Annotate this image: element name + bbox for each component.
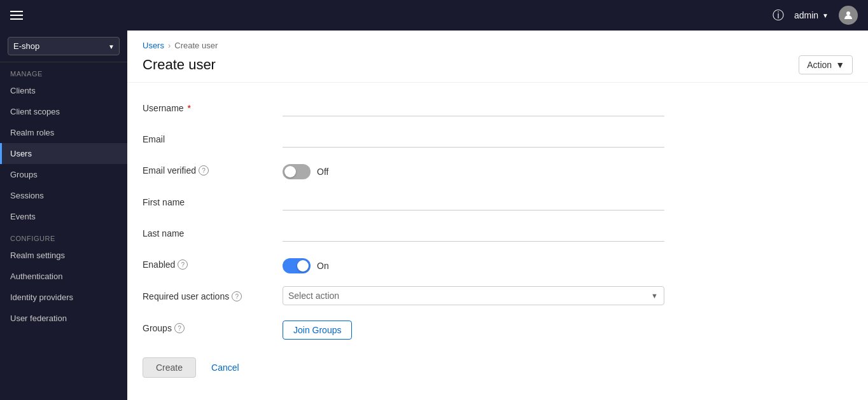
email-label: Email bbox=[143, 129, 283, 144]
sidebar-item-groups[interactable]: Groups bbox=[0, 164, 127, 185]
user-menu-chevron: ▼ bbox=[822, 12, 829, 19]
email-verified-toggle[interactable] bbox=[283, 164, 311, 179]
breadcrumb-current: Create user bbox=[174, 41, 218, 50]
page-title: Create user bbox=[143, 57, 216, 73]
breadcrumb: Users › Create user bbox=[143, 41, 853, 50]
sidebar-item-clients[interactable]: Clients bbox=[0, 80, 127, 101]
username-required: * bbox=[188, 103, 191, 113]
navbar: ⓘ admin ▼ bbox=[0, 0, 868, 31]
join-groups-label: Join Groups bbox=[293, 325, 341, 335]
breadcrumb-users-link[interactable]: Users bbox=[143, 41, 164, 50]
enabled-label: Enabled ? bbox=[143, 254, 283, 270]
create-button[interactable]: Create bbox=[143, 357, 196, 378]
breadcrumb-separator: › bbox=[168, 41, 171, 50]
sidebar-item-authentication[interactable]: Authentication bbox=[0, 266, 127, 287]
sidebar-item-events[interactable]: Events bbox=[0, 206, 127, 227]
page-header: Users › Create user Create user Action ▼ bbox=[127, 31, 868, 83]
cancel-label: Cancel bbox=[211, 362, 239, 373]
page-title-row: Create user Action ▼ bbox=[143, 55, 853, 74]
enabled-row: Enabled ? On bbox=[143, 254, 723, 273]
username-input[interactable] bbox=[283, 98, 664, 116]
avatar[interactable] bbox=[839, 6, 858, 25]
email-control bbox=[283, 129, 664, 148]
enabled-state: On bbox=[317, 261, 329, 271]
configure-section-label: Configure bbox=[0, 227, 127, 245]
navbar-right: ⓘ admin ▼ bbox=[773, 6, 858, 25]
email-verified-control: Off bbox=[283, 160, 664, 179]
last-name-control bbox=[283, 223, 664, 242]
username-control bbox=[283, 98, 664, 116]
svg-point-0 bbox=[846, 11, 850, 15]
groups-info-icon[interactable]: ? bbox=[174, 323, 185, 333]
sidebar-item-user-federation[interactable]: User federation bbox=[0, 308, 127, 329]
email-verified-row: Email verified ? Off bbox=[143, 160, 723, 179]
email-verified-toggle-wrapper: Off bbox=[283, 160, 664, 179]
username-label: Username * bbox=[143, 98, 283, 113]
sidebar-item-realm-settings[interactable]: Realm settings bbox=[0, 245, 127, 266]
sidebar-item-sessions[interactable]: Sessions bbox=[0, 185, 127, 206]
main-content: Users › Create user Create user Action ▼… bbox=[127, 31, 868, 400]
last-name-input[interactable] bbox=[283, 223, 664, 242]
email-verified-state: Off bbox=[317, 167, 328, 177]
first-name-row: First name bbox=[143, 192, 723, 210]
navbar-left bbox=[10, 11, 23, 20]
email-input[interactable] bbox=[283, 129, 664, 148]
first-name-control bbox=[283, 192, 664, 210]
sidebar-item-client-scopes[interactable]: Client scopes bbox=[0, 101, 127, 122]
email-verified-slider bbox=[283, 164, 311, 179]
realm-selector-wrapper: E-shop master ▼ bbox=[0, 31, 127, 62]
email-verified-label: Email verified ? bbox=[143, 160, 283, 176]
required-actions-select-wrapper: Select action ▼ bbox=[283, 286, 664, 305]
groups-row: Groups ? Join Groups bbox=[143, 318, 723, 340]
first-name-label: First name bbox=[143, 192, 283, 207]
required-actions-control: Select action ▼ bbox=[283, 286, 664, 305]
groups-label: Groups ? bbox=[143, 318, 283, 333]
enabled-slider bbox=[283, 258, 311, 273]
required-actions-select[interactable]: Select action bbox=[283, 286, 664, 305]
help-icon[interactable]: ⓘ bbox=[773, 8, 784, 23]
cancel-button[interactable]: Cancel bbox=[204, 357, 247, 378]
enabled-toggle[interactable] bbox=[283, 258, 311, 273]
sidebar-item-realm-roles[interactable]: Realm roles bbox=[0, 122, 127, 143]
sidebar-item-identity-providers[interactable]: Identity providers bbox=[0, 287, 127, 308]
action-button[interactable]: Action ▼ bbox=[799, 55, 853, 74]
first-name-input[interactable] bbox=[283, 192, 664, 210]
realm-selector[interactable]: E-shop master bbox=[8, 37, 120, 55]
create-label: Create bbox=[156, 362, 183, 373]
action-button-label: Action bbox=[807, 60, 832, 70]
enabled-control: On bbox=[283, 254, 664, 273]
email-row: Email bbox=[143, 129, 723, 148]
groups-control: Join Groups bbox=[283, 318, 664, 340]
enabled-toggle-wrapper: On bbox=[283, 254, 664, 273]
required-actions-row: Required user actions ? Select action ▼ bbox=[143, 286, 723, 305]
username-row: Username * bbox=[143, 98, 723, 116]
form-actions: Create Cancel bbox=[143, 352, 723, 378]
user-menu[interactable]: admin ▼ bbox=[794, 10, 829, 20]
sidebar: E-shop master ▼ Manage Clients Client sc… bbox=[0, 31, 127, 400]
manage-section-label: Manage bbox=[0, 62, 127, 80]
hamburger-menu[interactable] bbox=[10, 11, 23, 20]
app-body: E-shop master ▼ Manage Clients Client sc… bbox=[0, 31, 868, 400]
enabled-info-icon[interactable]: ? bbox=[178, 259, 188, 270]
action-button-chevron: ▼ bbox=[836, 60, 844, 70]
join-groups-button[interactable]: Join Groups bbox=[283, 321, 352, 340]
create-user-form: Username * Email Email verified bbox=[127, 83, 738, 393]
last-name-label: Last name bbox=[143, 223, 283, 238]
last-name-row: Last name bbox=[143, 223, 723, 242]
admin-username: admin bbox=[794, 10, 818, 20]
sidebar-item-users[interactable]: Users bbox=[0, 143, 127, 164]
required-actions-info-icon[interactable]: ? bbox=[232, 291, 242, 301]
required-actions-label: Required user actions ? bbox=[143, 286, 283, 301]
email-verified-info-icon[interactable]: ? bbox=[199, 165, 209, 176]
